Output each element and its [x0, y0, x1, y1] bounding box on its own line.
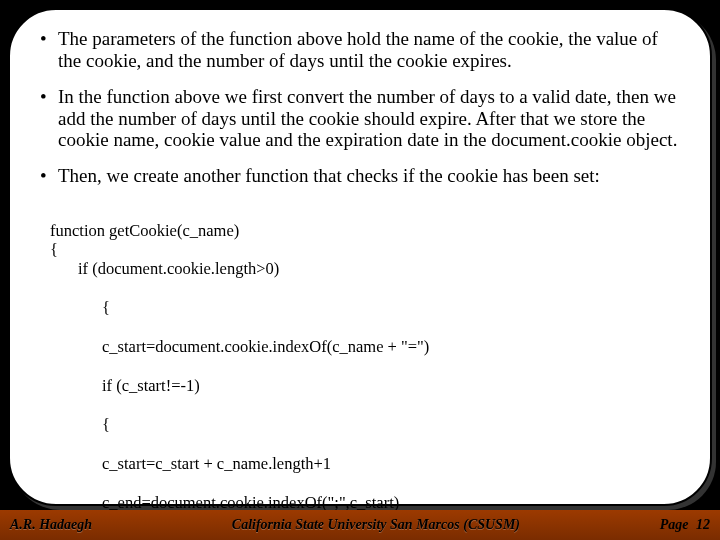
content-panel: The parameters of the function above hol…	[8, 8, 712, 506]
footer-author: A.R. Hadaegh	[0, 517, 92, 533]
bullet-item: Then, we create another function that ch…	[40, 165, 680, 187]
bullet-list: The parameters of the function above hol…	[40, 28, 680, 187]
footer-university: California State University San Marcos (…	[92, 517, 660, 533]
footer-page: Page 12	[660, 517, 720, 533]
code-line: if (c_start!=-1)	[50, 376, 680, 395]
code-line: c_start=c_start + c_name.length+1	[50, 454, 680, 473]
slide: The parameters of the function above hol…	[0, 0, 720, 540]
code-block: function getCookie(c_name) { if (documen…	[40, 201, 680, 540]
code-line: function getCookie(c_name)	[50, 221, 239, 240]
code-line: {	[50, 298, 680, 317]
code-line: if (document.cookie.length>0)	[50, 259, 680, 278]
footer-bar: A.R. Hadaegh California State University…	[0, 510, 720, 540]
page-number: 12	[696, 517, 710, 532]
bullet-item: The parameters of the function above hol…	[40, 28, 680, 72]
code-line: {	[50, 240, 58, 259]
bullet-item: In the function above we first convert t…	[40, 86, 680, 152]
page-label: Page	[660, 517, 689, 532]
code-line: c_start=document.cookie.indexOf(c_name +…	[50, 337, 680, 356]
code-line: {	[50, 415, 680, 434]
